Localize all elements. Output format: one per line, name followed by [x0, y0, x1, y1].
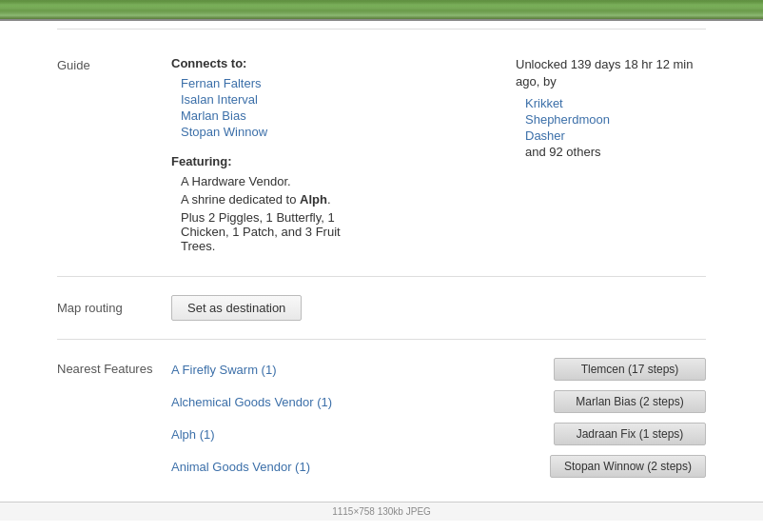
unlocker-link-1[interactable]: Shepherdmoon	[525, 112, 706, 127]
feature-name-1[interactable]: Alchemical Goods Vendor (1)	[171, 395, 544, 409]
unlock-info-text: Unlocked 139 days 18 hr 12 min ago, by	[516, 56, 706, 90]
image-footer: 1115×758 130kb JPEG	[0, 502, 763, 521]
unlocker-link-0[interactable]: Krikket	[525, 96, 706, 110]
guide-content: Connects to: Fernan Falters Isalan Inter…	[171, 56, 706, 253]
middle-divider	[57, 276, 706, 277]
connects-link-3[interactable]: Stopan Winnow	[181, 125, 343, 139]
connects-to-block: Connects to: Fernan Falters Isalan Inter…	[171, 56, 343, 253]
guide-label: Guide	[57, 56, 171, 253]
top-divider	[57, 29, 706, 30]
feature-row-3: Animal Goods Vendor (1) Stopan Winnow (2…	[171, 455, 706, 478]
feature-name-2[interactable]: Alph (1)	[171, 427, 544, 442]
feature-row-2: Alph (1) Jadraan Fix (1 steps)	[171, 423, 706, 445]
featuring-heading: Featuring:	[171, 154, 343, 168]
features-list: A Firefly Swarm (1) Tlemcen (17 steps) A…	[171, 358, 706, 487]
connects-link-0[interactable]: Fernan Falters	[181, 76, 343, 90]
unlocker-link-2[interactable]: Dasher	[525, 128, 706, 143]
map-image-bar	[0, 0, 763, 21]
feature-route-btn-0[interactable]: Tlemcen (17 steps)	[554, 358, 706, 381]
feature-route-btn-2[interactable]: Jadraan Fix (1 steps)	[554, 423, 706, 445]
map-routing-section: Map routing Set as destination	[0, 281, 763, 335]
feature-row-1: Alchemical Goods Vendor (1) Marlan Bias …	[171, 390, 706, 413]
unlocked-section: Unlocked 139 days 18 hr 12 min ago, by K…	[516, 56, 706, 253]
featuring-item-1: A shrine dedicated to Alph.	[181, 192, 343, 207]
nearest-features-label: Nearest Features	[57, 358, 171, 487]
others-text: and 92 others	[525, 145, 706, 159]
feature-route-btn-1[interactable]: Marlan Bias (2 steps)	[554, 390, 706, 413]
feature-route-btn-3[interactable]: Stopan Winnow (2 steps)	[550, 455, 706, 478]
map-routing-label: Map routing	[57, 301, 171, 315]
feature-name-3[interactable]: Animal Goods Vendor (1)	[171, 460, 540, 474]
featuring-item-2: Plus 2 Piggles, 1 Butterfly, 1 Chicken, …	[181, 210, 343, 253]
connects-link-2[interactable]: Marlan Bias	[181, 108, 343, 123]
feature-name-0[interactable]: A Firefly Swarm (1)	[171, 363, 544, 377]
featuring-item-0: A Hardware Vendor.	[181, 174, 343, 188]
feature-row-0: A Firefly Swarm (1) Tlemcen (17 steps)	[171, 358, 706, 381]
set-destination-button[interactable]: Set as destination	[171, 295, 302, 321]
connects-link-1[interactable]: Isalan Interval	[181, 92, 343, 107]
guide-section: Guide Connects to: Fernan Falters Isalan…	[0, 37, 763, 272]
lower-divider	[57, 339, 706, 340]
nearest-features-section: Nearest Features A Firefly Swarm (1) Tle…	[0, 344, 763, 502]
connects-to-heading: Connects to:	[171, 56, 343, 70]
